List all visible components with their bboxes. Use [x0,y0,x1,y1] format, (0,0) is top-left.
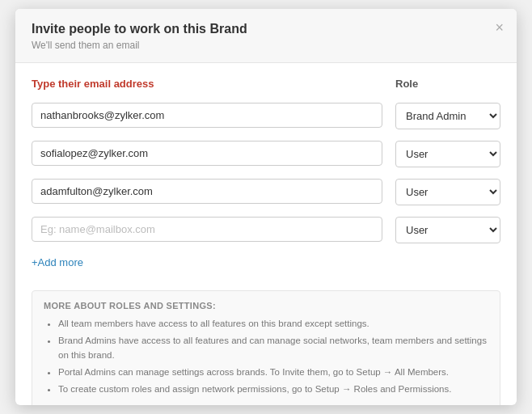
email-input-2[interactable] [32,141,382,166]
info-list: All team members have access to all feat… [44,317,488,396]
invite-row-2: Brand Admin User Moderator [32,141,500,172]
modal-body: Type their email address Role Brand Admi… [15,63,517,279]
modal-title: Invite people to work on this Brand [32,22,500,36]
email-input-4[interactable] [32,217,382,242]
role-select-3[interactable]: Brand Admin User Moderator [395,179,500,205]
role-select-4[interactable]: Brand Admin User Moderator [395,217,500,243]
role-column-label: Role [395,78,500,90]
info-title: MORE ABOUT ROLES AND SETTINGS: [44,301,488,310]
modal-subtitle: We'll send them an email [32,40,500,51]
role-select-2[interactable]: Brand Admin User Moderator [395,141,500,167]
invite-row-1: Brand Admin User Moderator [32,103,500,134]
invite-row-3: Brand Admin User Moderator [32,179,500,210]
email-input-3[interactable] [32,179,382,204]
form-labels-row: Type their email address Role [32,78,500,96]
info-item-2: Brand Admins have access to all features… [58,334,488,362]
info-item-1: All team members have access to all feat… [58,317,488,331]
add-more-link[interactable]: +Add more [32,256,83,268]
info-box: MORE ABOUT ROLES AND SETTINGS: All team … [32,290,500,405]
role-select-1[interactable]: Brand Admin User Moderator [395,103,500,129]
info-item-4: To create custom roles and assign networ… [58,382,488,396]
email-column-label: Type their email address [32,78,382,90]
email-input-1[interactable] [32,103,382,128]
modal-header: Invite people to work on this Brand We'l… [15,9,517,63]
invite-row-4: Brand Admin User Moderator [32,217,500,248]
close-button[interactable]: × [495,20,504,35]
invite-modal: Invite people to work on this Brand We'l… [15,9,517,405]
info-item-3: Portal Admins can manage settings across… [58,365,488,379]
